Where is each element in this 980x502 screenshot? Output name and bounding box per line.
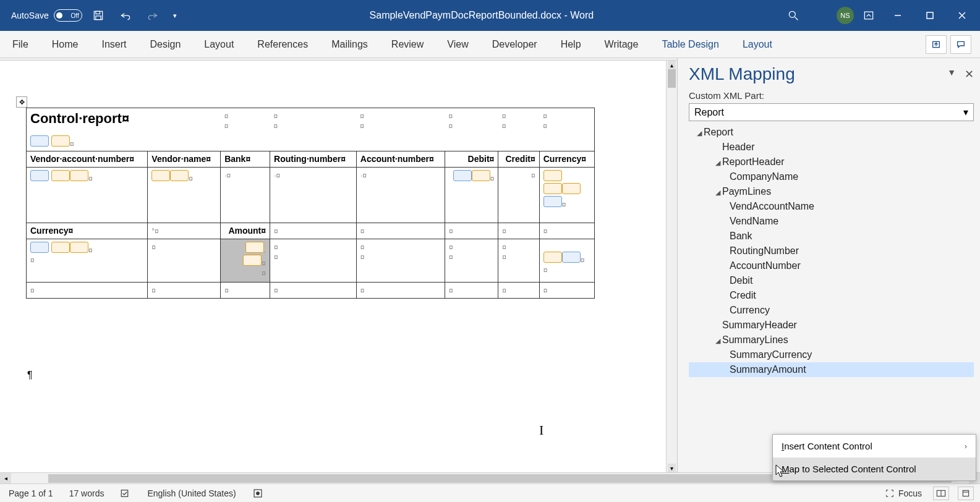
tab-mailings[interactable]: Mailings <box>328 33 372 56</box>
content-control[interactable] <box>70 170 88 181</box>
content-control[interactable] <box>472 170 490 181</box>
content-control[interactable] <box>70 242 88 253</box>
custom-xml-select[interactable]: Report ▾ <box>689 103 974 121</box>
user-avatar[interactable]: NS <box>837 7 854 24</box>
vertical-scrollbar[interactable]: ▴ ▾ <box>666 61 677 472</box>
tree-sum-0[interactable]: SummaryCurrency <box>689 347 974 362</box>
document-area: ✥ Control·report¤ ¤ ¤¤ ¤¤ ¤¤ ¤¤ ¤¤ ¤¤ Ve… <box>0 58 677 483</box>
minimize-button[interactable] <box>884 6 912 25</box>
tab-view[interactable]: View <box>443 33 472 56</box>
menu-insert-content-control[interactable]: Insert Content Control › <box>773 435 976 457</box>
table-move-handle[interactable]: ✥ <box>16 96 27 108</box>
content-control[interactable] <box>51 170 70 181</box>
tab-table-design[interactable]: Table Design <box>658 33 723 56</box>
titlebar: AutoSave Off ▾ SampleVendPaymDocReportBo… <box>0 0 980 31</box>
content-control[interactable] <box>243 255 262 266</box>
scroll-thumb[interactable] <box>668 69 676 88</box>
save-icon[interactable] <box>87 4 109 27</box>
content-control[interactable] <box>30 135 49 147</box>
svg-rect-11 <box>122 490 129 496</box>
pane-options-icon[interactable]: ▼ <box>947 67 956 81</box>
tree-paym-2[interactable]: Bank <box>689 229 974 244</box>
scroll-down-icon[interactable]: ▾ <box>668 464 676 472</box>
tree-reportheader[interactable]: ◢ReportHeader <box>689 155 974 169</box>
share-button[interactable] <box>926 35 947 54</box>
tab-layout[interactable]: Layout <box>200 33 237 56</box>
content-control[interactable] <box>51 135 70 147</box>
tree-paym-6[interactable]: Credit <box>689 288 974 303</box>
tab-references[interactable]: References <box>254 33 312 56</box>
autosave-toggle[interactable]: Off <box>54 9 82 22</box>
search-icon[interactable] <box>782 4 804 27</box>
tree-companyname[interactable]: CompanyName <box>689 169 974 184</box>
tab-developer[interactable]: Developer <box>488 33 541 56</box>
tab-review[interactable]: Review <box>388 33 427 56</box>
content-control[interactable] <box>543 252 562 263</box>
tree-paym-1[interactable]: VendName <box>689 214 974 229</box>
col-sum-amount: Amount¤ <box>221 223 270 239</box>
status-focus[interactable]: Focus <box>882 488 924 498</box>
tab-design[interactable]: Design <box>146 33 184 56</box>
content-control[interactable] <box>562 183 581 194</box>
tab-writage[interactable]: Writage <box>601 33 642 56</box>
doc-title: Control·report¤ <box>30 111 217 127</box>
content-control[interactable] <box>543 196 562 207</box>
tree-summaryheader[interactable]: SummaryHeader <box>689 318 974 333</box>
close-button[interactable] <box>948 6 976 25</box>
tree-paym-3[interactable]: RoutingNumber <box>689 244 974 258</box>
qat-dropdown-icon[interactable]: ▾ <box>169 4 181 27</box>
tree-paym-7[interactable]: Currency <box>689 303 974 318</box>
tree-sum-1[interactable]: SummaryAmount <box>689 362 974 377</box>
view-print-icon[interactable] <box>958 487 974 500</box>
chevron-right-icon: › <box>965 442 967 451</box>
col-acct-num: Account·number¤ <box>356 151 445 168</box>
document-table[interactable]: Control·report¤ ¤ ¤¤ ¤¤ ¤¤ ¤¤ ¤¤ ¤¤ Vend… <box>26 108 595 299</box>
tree-paym-4[interactable]: AccountNumber <box>689 258 974 273</box>
status-spellcheck-icon[interactable] <box>117 488 134 499</box>
content-control[interactable] <box>170 170 189 181</box>
content-control[interactable] <box>562 252 581 263</box>
status-words[interactable]: 17 words <box>67 488 107 498</box>
svg-point-13 <box>256 491 259 495</box>
scroll-up-icon[interactable]: ▴ <box>668 61 676 69</box>
tab-help[interactable]: Help <box>557 33 585 56</box>
tree-paym-5[interactable]: Debit <box>689 273 974 288</box>
workspace: ✥ Control·report¤ ¤ ¤¤ ¤¤ ¤¤ ¤¤ ¤¤ ¤¤ Ve… <box>0 58 980 483</box>
scroll-left-icon[interactable]: ◂ <box>0 473 11 484</box>
status-macro-icon[interactable] <box>250 488 266 499</box>
content-control[interactable] <box>51 242 70 253</box>
col-debit: Debit¤ <box>445 151 498 168</box>
xml-tree[interactable]: ◢Report Header ◢ReportHeader CompanyName… <box>689 125 974 483</box>
content-control[interactable] <box>453 170 472 181</box>
tree-header[interactable]: Header <box>689 140 974 155</box>
content-control[interactable] <box>543 170 562 181</box>
comments-button[interactable] <box>950 35 971 54</box>
chevron-down-icon: ▾ <box>963 106 968 118</box>
tree-summarylines[interactable]: ◢SummaryLines <box>689 333 974 347</box>
undo-icon[interactable] <box>114 4 137 27</box>
col-currency: Currency¤ <box>539 151 594 168</box>
tab-home[interactable]: Home <box>48 33 82 56</box>
svg-rect-7 <box>927 12 933 19</box>
view-read-icon[interactable] <box>933 487 949 500</box>
tree-paymlines[interactable]: ◢PaymLines <box>689 184 974 199</box>
tree-paym-0[interactable]: VendAccountName <box>689 199 974 214</box>
redo-icon[interactable] <box>142 4 164 27</box>
pane-close-icon[interactable]: ✕ <box>965 67 974 81</box>
status-page[interactable]: Page 1 of 1 <box>6 488 56 498</box>
statusbar: Page 1 of 1 17 words English (United Sta… <box>0 483 980 502</box>
content-control[interactable] <box>151 170 170 181</box>
tab-table-layout[interactable]: Layout <box>739 33 776 56</box>
tab-file[interactable]: File <box>9 33 32 56</box>
menu-map-to-selected[interactable]: Map to Selected Content Control <box>773 457 976 480</box>
tree-report[interactable]: ◢Report <box>689 125 974 140</box>
content-control[interactable] <box>543 183 562 194</box>
ribbon-display-icon[interactable] <box>858 4 880 27</box>
content-control[interactable] <box>245 242 264 253</box>
maximize-button[interactable] <box>916 6 944 25</box>
content-control[interactable] <box>30 170 49 181</box>
tab-insert[interactable]: Insert <box>98 33 130 56</box>
status-language[interactable]: English (United States) <box>145 488 238 498</box>
content-control[interactable] <box>30 242 49 253</box>
document-viewport[interactable]: ✥ Control·report¤ ¤ ¤¤ ¤¤ ¤¤ ¤¤ ¤¤ ¤¤ Ve… <box>0 61 677 483</box>
